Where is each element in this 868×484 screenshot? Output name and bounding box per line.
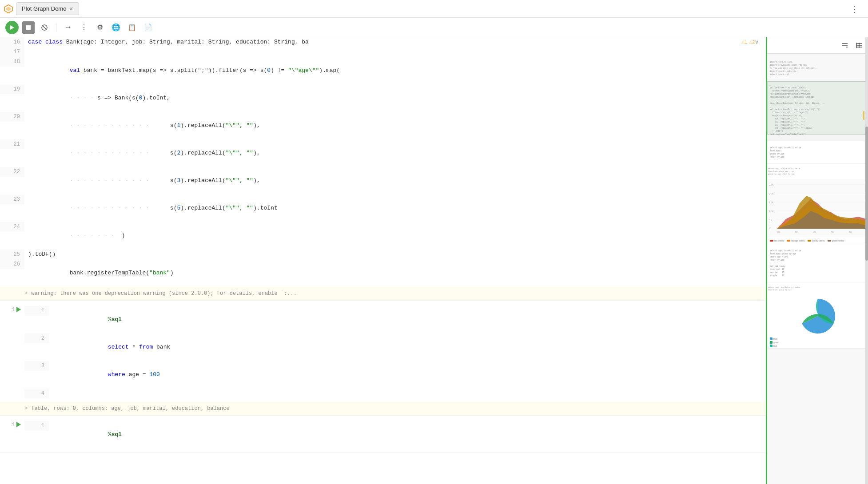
minimap-section-1: import java.net.URL import org.apache.sp… [767, 56, 868, 81]
cell-2-code: 1 %sql 2 select * from bank [24, 306, 766, 398]
cell-2-run-button[interactable] [16, 307, 21, 312]
code-line-17: 17 [0, 47, 766, 57]
output-toggle-2[interactable]: > [24, 405, 28, 412]
svg-text:50: 50 [831, 231, 834, 234]
run-all-button[interactable] [5, 21, 19, 34]
next-button[interactable]: → [62, 21, 74, 34]
svg-text:40: 40 [813, 231, 816, 234]
line-content-16[interactable]: case class Bank(age: Integer, job: Strin… [24, 37, 766, 47]
pie-legend-2: green [770, 341, 865, 344]
copy-button[interactable]: 📋 [126, 21, 138, 34]
sql-content-4[interactable] [49, 389, 766, 398]
svg-text:60: 60 [849, 231, 852, 234]
sql-line-num-4: 4 [24, 389, 49, 398]
output-toggle[interactable]: > [24, 290, 28, 297]
line-content-18[interactable]: val bank = bankText.map(s => s.split(";"… [24, 57, 766, 84]
line-content-19[interactable]: · · · · s => Bank(s(0).toInt, [24, 84, 766, 112]
code-line-25: 25 ).toDF() [0, 250, 766, 259]
line-content-23[interactable]: · · · · · · · · · · · · s(5).replaceAll(… [24, 194, 766, 222]
panel-list-button[interactable] [840, 40, 850, 51]
sql-line-1: 1 %sql [24, 306, 766, 333]
menu-button[interactable]: ⋮ [78, 21, 90, 34]
pie-legend-1: blue [770, 337, 865, 340]
code-line-23: 23 · · · · · · · · · · · · s(5).replaceA… [0, 194, 766, 222]
output-text-1: warning: there was one deprecation warni… [31, 290, 297, 297]
legend-item-2: orange-series [787, 239, 805, 242]
title-bar: Plot Graph Demo ✕ ⋮ [0, 0, 868, 18]
toolbar-separator-1 [56, 23, 56, 32]
tab-label: Plot Graph Demo [22, 5, 66, 12]
cell-3-code: 1 %sql [24, 421, 766, 448]
tab-close-button[interactable]: ✕ [69, 6, 73, 12]
scroll-thumb[interactable] [865, 127, 868, 261]
sql2-content-1[interactable]: %sql [49, 421, 766, 448]
sql-content-1[interactable]: %sql [49, 306, 766, 333]
code-line-21: 21 · · · · · · · · · · · · s(2).replaceA… [0, 139, 766, 167]
line-number-20: 20 [0, 112, 24, 122]
line-content-22[interactable]: · · · · · · · · · · · · s(3).replaceAll(… [24, 167, 766, 194]
sql-line-num-1: 1 [24, 306, 49, 316]
main-tab[interactable]: Plot Graph Demo ✕ [16, 2, 79, 15]
output-text-2: Table, rows: 0, columns: age, job, marit… [31, 405, 229, 412]
code-cell-1: 16 case class Bank(age: Integer, job: St… [0, 37, 766, 301]
line-number-23: 23 [0, 194, 24, 204]
sql-line-2: 2 select * from bank [24, 333, 766, 361]
svg-text:5K: 5K [769, 219, 772, 222]
settings-button[interactable]: ⚙ [94, 21, 106, 34]
svg-text:20: 20 [777, 231, 780, 234]
code-line-26: 26 bank.registerTempTable("bank") [0, 259, 766, 287]
pie-legend: blue green teal [768, 337, 867, 347]
app-logo [4, 4, 13, 14]
code-cell-2: 1 1 %sql 2 selec [0, 301, 766, 416]
code-lines-1: 16 case class Bank(age: Integer, job: St… [0, 37, 766, 287]
line-content-20[interactable]: · · · · · · · · · · · · s(1).replaceAll(… [24, 112, 766, 139]
line-content-26[interactable]: bank.registerTempTable("bank") [24, 259, 766, 287]
cell-3-run-button[interactable] [16, 422, 21, 427]
svg-rect-3 [26, 25, 31, 30]
svg-text:15K: 15K [769, 201, 774, 204]
code-line-18: 18 val bank = bankText.map(s => s.split(… [0, 57, 766, 84]
legend-item-1: red-series [770, 239, 784, 242]
globe-button[interactable]: 🌐 [110, 21, 122, 34]
warning-1: ⚠1 [741, 38, 747, 47]
svg-marker-1 [6, 7, 11, 11]
minimap-section-2: val bankText = sc.parallelize( Source.fr… [767, 81, 868, 141]
minimap-section-3: select age, count(1) value from bank gro… [767, 141, 868, 164]
line-content-24[interactable]: · · · · · · · ) [24, 222, 766, 250]
svg-marker-2 [10, 25, 14, 30]
panel-grid-button[interactable] [854, 40, 864, 51]
line-content-17[interactable] [24, 47, 766, 57]
editor-area[interactable]: 16 case class Bank(age: Integer, job: St… [0, 37, 766, 484]
minimap-area[interactable]: import java.net.URL import org.apache.sp… [767, 54, 868, 484]
line-number-19: 19 [0, 84, 24, 94]
minimap-pie-code: select age, sum(balance) value from bank… [768, 283, 867, 294]
toolbar: → ⋮ ⚙ 🌐 📋 📄 [0, 18, 868, 37]
line-number-21: 21 [0, 139, 24, 149]
minimap-code-3: select age, count(1) value from bank gro… [770, 143, 865, 162]
line-content-21[interactable]: · · · · · · · · · · · · s(2).replaceAll(… [24, 139, 766, 167]
sql-line-num-3: 3 [24, 361, 49, 371]
sql2-line-1: 1 %sql [24, 421, 766, 448]
sql-line-4: 4 [24, 389, 766, 398]
clear-button[interactable] [38, 21, 51, 34]
line-content-25[interactable]: ).toDF() [24, 250, 766, 259]
more-menu-button[interactable]: ⋮ [845, 4, 864, 14]
sql-content-3[interactable]: where age = 100 [49, 361, 766, 389]
sql-content-2[interactable]: select * from bank [49, 333, 766, 361]
code-line-24: 24 · · · · · · · ) [0, 222, 766, 250]
svg-text:20K: 20K [769, 192, 774, 195]
code-lines-3: 1 %sql [24, 421, 766, 448]
cell-2-run-col: 1 [0, 306, 24, 313]
minimap-code-4: select age, count(1) value from bank gro… [770, 246, 865, 280]
stop-button[interactable] [22, 21, 35, 34]
sql-line-3: 3 where age = 100 [24, 361, 766, 389]
cell-2-run-area: 1 1 %sql 2 selec [0, 302, 766, 402]
scrollbar[interactable] [865, 37, 868, 484]
doc-button[interactable]: 📄 [142, 21, 154, 34]
line-number-17: 17 [0, 47, 24, 57]
pie-chart-container [768, 295, 867, 337]
pie-chart [800, 298, 836, 334]
area-chart: 25K 20K 15K 10K 5K 0 [768, 179, 867, 237]
chart-legend: red-series orange-series yellow-series g… [768, 238, 867, 243]
svg-text:30: 30 [795, 231, 798, 234]
